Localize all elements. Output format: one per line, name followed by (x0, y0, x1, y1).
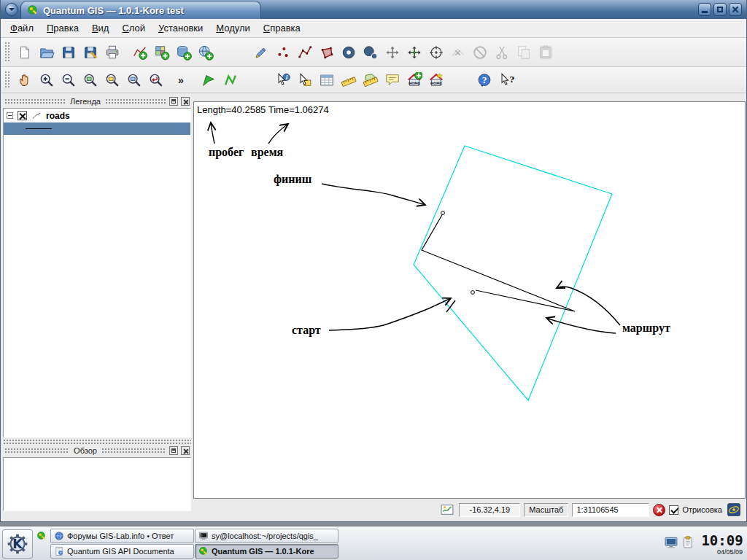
dock-handle[interactable] (101, 448, 166, 454)
add-postgis-layer-button[interactable] (173, 42, 195, 63)
add-raster-layer-button[interactable] (151, 42, 173, 63)
extents-icon[interactable] (439, 502, 455, 517)
zoom-to-layer-button[interactable] (123, 69, 145, 91)
maximize-button[interactable] (713, 3, 727, 16)
window-shade-button[interactable] (5, 3, 18, 16)
overview-float-button[interactable] (169, 446, 178, 455)
new-project-button[interactable] (14, 42, 36, 63)
crs-status-icon[interactable] (726, 502, 742, 517)
monitor-tray-icon[interactable] (664, 535, 678, 553)
measure-line-button[interactable] (338, 69, 360, 91)
zoom-to-selection-button[interactable] (101, 69, 123, 91)
toolbar-handle[interactable] (4, 42, 10, 62)
kmenu-button[interactable]: K (2, 529, 33, 559)
move-vertex-button[interactable] (403, 42, 425, 63)
toggle-editing-icon (253, 44, 269, 61)
menu-item-1[interactable]: Правка (40, 20, 85, 36)
zoom-in-button[interactable] (36, 69, 58, 91)
capture-point-button[interactable] (272, 42, 294, 63)
add-raster-layer-icon (154, 44, 170, 61)
klipper-tray-icon[interactable] (681, 535, 695, 553)
add-vertex-button[interactable] (425, 42, 447, 63)
save-project-as-icon (82, 44, 98, 61)
task-label: Форумы GIS-Lab.info • Ответ (67, 532, 174, 540)
zoom-full-button[interactable] (80, 69, 101, 91)
dock-handle[interactable] (4, 448, 69, 454)
whats-this-button[interactable]: ? (495, 69, 517, 91)
qgis-launcher-icon[interactable] (36, 531, 47, 544)
zoom-last-icon (148, 72, 164, 88)
expander-icon[interactable] (7, 112, 13, 119)
green-zigzag-button[interactable] (220, 69, 241, 91)
save-project-as-button[interactable] (80, 42, 101, 63)
toggle-editing-button[interactable] (250, 42, 272, 63)
dock-splitter[interactable] (3, 439, 191, 444)
paste-features-button[interactable] (535, 42, 557, 63)
titlebar[interactable]: Quantum GIS — 1.0.1-Kore test (1, 0, 746, 19)
scale-input[interactable]: 1:31106545 (572, 503, 649, 517)
system-tray (664, 535, 695, 553)
task-qgis[interactable]: Quantum GIS — 1.0.1-Kore (195, 544, 338, 559)
coordinate-display: -16.32,4.19 (459, 503, 520, 517)
menu-item-2[interactable]: Вид (85, 20, 116, 36)
menu-item-5[interactable]: Модули (209, 20, 257, 36)
render-checkbox[interactable] (669, 505, 678, 515)
copy-features-icon (516, 44, 532, 61)
identify-features-button[interactable]: i (272, 69, 294, 91)
add-vector-layer-button[interactable] (129, 42, 151, 63)
select-features-button[interactable] (294, 69, 316, 91)
map-tips-button[interactable] (382, 69, 403, 91)
pan-map-button[interactable] (14, 69, 36, 91)
whats-this-icon: ? (498, 72, 514, 88)
task-browser[interactable]: Форумы GIS-Lab.info • Ответ (50, 529, 194, 543)
open-project-button[interactable] (36, 42, 58, 63)
clock-applet[interactable]: 10:09 04/05/09 (701, 532, 743, 556)
save-project-button[interactable] (58, 42, 80, 63)
overview-close-button[interactable] (181, 446, 190, 455)
measure-area-button[interactable] (360, 69, 382, 91)
move-feature-button[interactable] (382, 42, 403, 63)
legend-symbol-row-selected[interactable] (4, 122, 190, 135)
capture-line-button[interactable] (294, 42, 316, 63)
dock-handle[interactable] (105, 98, 166, 104)
add-wms-layer-button[interactable] (195, 42, 217, 63)
print-composer-button[interactable] (101, 42, 123, 63)
toolbar-overflow-button[interactable]: » (174, 69, 187, 91)
task-terminal[interactable]: sy@localhost:~/projects/qgis_ (195, 529, 338, 543)
new-project-icon (17, 44, 33, 61)
copy-features-button[interactable] (513, 42, 535, 63)
legend-close-button[interactable] (181, 97, 190, 106)
stop-render-button[interactable] (653, 504, 665, 516)
title-tab[interactable]: Quantum GIS — 1.0.1-Kore test (20, 1, 261, 19)
legend-tree[interactable]: roads (3, 108, 191, 438)
layer-visibility-checkbox[interactable] (18, 111, 27, 120)
menu-item-6[interactable]: Справка (257, 20, 307, 36)
legend-layer-roads[interactable]: roads (4, 109, 190, 122)
zoom-last-button[interactable] (145, 69, 167, 91)
help-contents-button[interactable]: ? (473, 69, 495, 91)
green-polygon-button[interactable] (198, 69, 220, 91)
delete-selected-button[interactable] (469, 42, 491, 63)
add-ring-button[interactable] (338, 42, 360, 63)
delete-vertex-button[interactable] (447, 42, 469, 63)
add-island-button[interactable] (360, 42, 382, 63)
minimize-button[interactable] (698, 3, 711, 16)
capture-polygon-button[interactable] (316, 42, 338, 63)
dock-handle[interactable] (4, 98, 66, 104)
menu-item-0[interactable]: Файл (4, 20, 40, 36)
map-drawing (194, 102, 746, 499)
task-assistant[interactable]: ?Quantum GIS API Documenta (50, 544, 194, 559)
toolbar-handle[interactable] (4, 71, 10, 89)
menubar: ФайлПравкаВидСлойУстановкиМодулиСправка (1, 19, 746, 38)
svg-text:?: ? (509, 74, 514, 84)
show-bookmarks-button[interactable]: HOME (425, 69, 447, 91)
cut-features-button[interactable] (491, 42, 513, 63)
close-button[interactable] (729, 3, 742, 16)
legend-float-button[interactable] (169, 97, 178, 106)
new-bookmark-button[interactable]: HOME (403, 69, 425, 91)
attribute-table-button[interactable] (316, 69, 338, 91)
menu-item-4[interactable]: Установки (152, 20, 209, 36)
map-canvas[interactable]: Length=40.2585 Time=1.06274 пробегвремяф… (193, 101, 746, 499)
zoom-out-button[interactable] (58, 69, 80, 91)
menu-item-3[interactable]: Слой (115, 20, 152, 36)
